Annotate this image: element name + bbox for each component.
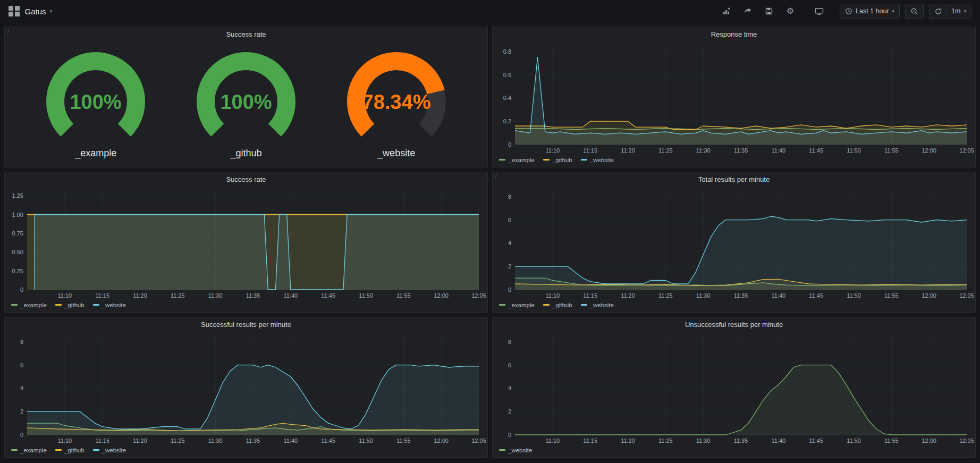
legend-marker-icon [93, 449, 99, 451]
svg-text:11:30: 11:30 [696, 437, 711, 444]
legend-marker-icon [499, 159, 505, 161]
chart-area[interactable]: 0246811:1011:1511:2011:2511:3011:3511:40… [493, 187, 975, 300]
chart-area[interactable]: 00.250.500.751.001.2511:1011:1511:2011:2… [5, 187, 487, 300]
svg-text:0.4: 0.4 [503, 95, 511, 101]
chart-area[interactable]: 0246811:1011:1511:2011:2511:3011:3511:40… [493, 332, 975, 445]
dashboard-title[interactable]: Gatus ▾ [25, 7, 53, 16]
svg-text:12:00: 12:00 [922, 147, 936, 154]
save-icon [765, 7, 773, 15]
legend-marker-icon [11, 304, 18, 306]
legend-label: _example [20, 302, 47, 308]
settings-button[interactable]: ⚙ [782, 3, 798, 19]
legend-item-_github[interactable]: _github [55, 302, 85, 308]
svg-text:11:45: 11:45 [809, 147, 823, 154]
add-panel-button[interactable] [719, 3, 734, 19]
svg-text:12:00: 12:00 [434, 437, 449, 444]
panel-title[interactable]: Total results per minute [493, 172, 975, 187]
svg-text:11:55: 11:55 [396, 292, 411, 299]
svg-text:11:10: 11:10 [545, 292, 560, 299]
svg-text:11:25: 11:25 [171, 292, 185, 299]
legend-item-_website[interactable]: _website [499, 447, 532, 453]
gauge-_example: 100%_example [29, 50, 162, 159]
svg-text:11:55: 11:55 [396, 437, 411, 444]
svg-text:11:55: 11:55 [884, 147, 899, 154]
svg-text:8: 8 [508, 339, 511, 345]
panel-title[interactable]: Successful results per minute [5, 317, 487, 332]
legend-marker-icon [499, 304, 505, 306]
chart-area[interactable]: 00.20.40.60.811:1011:1511:2011:2511:3011… [493, 41, 975, 155]
svg-text:0: 0 [508, 141, 511, 148]
navbar: Gatus ▾ ⚙ Las [0, 0, 980, 22]
panel-response-time: i Response time 00.20.40.60.811:1011:151… [492, 27, 976, 167]
save-button[interactable] [761, 3, 777, 19]
panel-unsuccessful-results: i Unsuccessful results per minute 024681… [492, 317, 976, 458]
legend-marker-icon [581, 304, 587, 306]
svg-text:0.8: 0.8 [503, 48, 511, 55]
legend-item-_github[interactable]: _github [55, 447, 85, 453]
svg-text:11:50: 11:50 [847, 292, 861, 299]
legend-item-_website[interactable]: _website [93, 302, 126, 308]
svg-text:11:55: 11:55 [884, 437, 899, 444]
svg-text:1.25: 1.25 [12, 192, 23, 199]
panel-success-rate-timeseries: i Success rate 00.250.500.751.001.2511:1… [4, 172, 488, 313]
panel-info-icon[interactable]: i [495, 173, 496, 179]
share-icon [744, 7, 752, 15]
panel-title[interactable]: Response time [493, 27, 975, 41]
cycle-view-button[interactable] [811, 3, 827, 19]
legend-item-_website[interactable]: _website [581, 302, 614, 308]
svg-text:0: 0 [508, 432, 511, 438]
legend-item-_example[interactable]: _example [11, 447, 47, 453]
refresh-picker[interactable]: 1m ▾ [929, 4, 971, 19]
svg-text:11:30: 11:30 [208, 437, 223, 444]
legend-item-_example[interactable]: _example [499, 302, 535, 308]
svg-text:8: 8 [508, 193, 511, 200]
legend-marker-icon [581, 159, 587, 161]
svg-text:11:20: 11:20 [621, 147, 635, 154]
share-button[interactable] [740, 3, 756, 19]
panel-title[interactable]: Success rate [5, 172, 487, 187]
legend: _website [493, 445, 975, 457]
svg-text:11:25: 11:25 [658, 147, 673, 154]
svg-text:11:15: 11:15 [583, 292, 597, 299]
gauge-value: 78.34% [362, 91, 430, 113]
svg-text:11:55: 11:55 [884, 292, 899, 299]
legend-item-_example[interactable]: _example [11, 302, 47, 308]
legend-label: _github [64, 447, 85, 453]
zoom-out-button[interactable] [905, 4, 924, 19]
gauge-value: 100% [220, 91, 272, 113]
svg-text:8: 8 [20, 339, 23, 345]
time-range-picker[interactable]: Last 1 hour ▾ [840, 4, 900, 19]
legend-marker-icon [499, 449, 505, 451]
panel-info-icon[interactable]: i [7, 28, 9, 34]
svg-text:11:45: 11:45 [321, 437, 335, 444]
svg-text:11:10: 11:10 [57, 292, 72, 299]
svg-text:11:20: 11:20 [621, 292, 635, 299]
svg-text:11:10: 11:10 [57, 437, 72, 444]
chart-area[interactable]: 0246811:1011:1511:2011:2511:3011:3511:40… [5, 332, 487, 445]
legend-item-_example[interactable]: _example [499, 157, 535, 163]
chart-svg: 00.20.40.60.811:1011:1511:2011:2511:3011… [493, 41, 975, 155]
apps-grid-icon[interactable] [9, 6, 20, 17]
legend-item-_website[interactable]: _website [93, 447, 126, 453]
legend-marker-icon [93, 304, 99, 306]
gauge-value: 100% [70, 91, 122, 113]
panel-title[interactable]: Success rate [5, 27, 487, 41]
legend-item-_github[interactable]: _github [543, 302, 572, 308]
gear-icon: ⚙ [787, 7, 794, 15]
legend-marker-icon [543, 304, 550, 306]
svg-text:6: 6 [508, 217, 511, 223]
svg-text:11:10: 11:10 [545, 147, 560, 154]
legend-marker-icon [543, 159, 550, 161]
panel-title[interactable]: Unsuccessful results per minute [493, 317, 975, 332]
svg-text:11:30: 11:30 [696, 292, 711, 299]
svg-text:4: 4 [508, 240, 511, 246]
gauge-arc: 100% [180, 50, 312, 148]
legend-marker-icon [55, 449, 62, 451]
legend-item-_github[interactable]: _github [543, 157, 572, 163]
panel-success-rate-gauges: i Success rate 100%_example100%_github78… [4, 27, 488, 167]
legend-label: _github [64, 302, 85, 308]
legend-item-_website[interactable]: _website [581, 157, 614, 163]
chart-svg: 00.250.500.751.001.2511:1011:1511:2011:2… [5, 187, 487, 300]
svg-text:11:50: 11:50 [359, 292, 373, 299]
gauge-arc: 78.34% [330, 50, 463, 148]
